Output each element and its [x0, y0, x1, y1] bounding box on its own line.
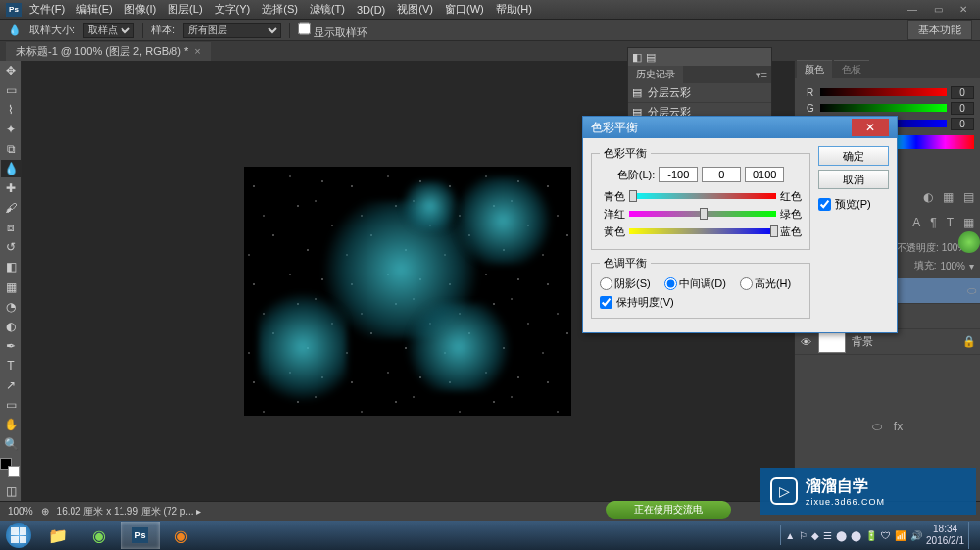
stamp-tool[interactable]: ⧈	[1, 219, 21, 236]
clone-panel-icon[interactable]: ▦	[963, 216, 974, 229]
tab-history[interactable]: 历史记录	[628, 66, 683, 83]
menu-help[interactable]: 帮助(H)	[496, 2, 532, 17]
notification-badge[interactable]	[958, 231, 980, 253]
brush-panel-icon[interactable]: T	[947, 216, 954, 229]
history-brush-tool[interactable]: ↺	[1, 238, 21, 256]
g-value[interactable]: 0	[951, 102, 974, 115]
fx-icon[interactable]: fx	[894, 420, 903, 433]
level-cyan-input[interactable]	[659, 167, 698, 182]
eraser-tool[interactable]: ◧	[1, 258, 21, 275]
menu-select[interactable]: 选择(S)	[262, 2, 298, 17]
r-slider[interactable]	[820, 88, 947, 96]
zoom-level[interactable]: 100%	[8, 506, 33, 517]
minimize-button[interactable]: —	[902, 4, 923, 16]
dialog-titlebar[interactable]: 色彩平衡 ✕	[583, 117, 897, 138]
eyedropper-icon[interactable]: 💧	[8, 24, 22, 36]
preview-check[interactable]: 预览(P)	[818, 197, 889, 212]
panel-menu-icon[interactable]: ▾≡	[752, 67, 771, 83]
workspace-switcher[interactable]: 基本功能	[907, 20, 972, 40]
taskbar-uc[interactable]: ◉	[162, 522, 201, 549]
maximize-button[interactable]: ▭	[927, 4, 949, 16]
wand-tool[interactable]: ✦	[1, 121, 21, 138]
adjustments-icon[interactable]: ◐	[923, 190, 933, 204]
menu-image[interactable]: 图像(I)	[124, 2, 156, 17]
tray-icon[interactable]: ◆	[811, 530, 819, 541]
tray-icon[interactable]: ⬤	[851, 530, 861, 541]
history-item[interactable]: ▤分层云彩	[628, 83, 771, 103]
eyedropper-tool[interactable]: 💧	[1, 160, 21, 177]
close-icon[interactable]: ×	[194, 45, 200, 57]
highlights-radio[interactable]: 高光(H)	[740, 276, 791, 291]
type-tool[interactable]: T	[1, 357, 21, 375]
tray-volume-icon[interactable]: 🔊	[910, 530, 922, 541]
close-button[interactable]: ✕	[852, 119, 889, 136]
link-icon[interactable]: ⬭	[967, 284, 976, 297]
menu-edit[interactable]: 编辑(E)	[76, 2, 113, 17]
sample-select[interactable]: 所有图层	[183, 23, 281, 38]
visibility-icon[interactable]: 👁	[799, 336, 812, 348]
panel-menu-icon[interactable]: ◧	[632, 51, 642, 64]
layer-thumb[interactable]	[818, 331, 846, 353]
clock[interactable]: 18:34 2016/2/1	[926, 524, 964, 547]
tab-swatches[interactable]: 色板	[834, 60, 869, 78]
show-sample-ring[interactable]: 显示取样环	[298, 21, 368, 40]
g-slider[interactable]	[820, 104, 947, 112]
r-value[interactable]: 0	[951, 86, 974, 99]
menu-type[interactable]: 文字(Y)	[215, 2, 251, 17]
marquee-tool[interactable]: ▭	[1, 81, 21, 99]
taskbar-photoshop[interactable]: Ps	[121, 522, 160, 549]
hand-tool[interactable]: ✋	[1, 416, 21, 433]
menu-file[interactable]: 文件(F)	[29, 2, 65, 17]
menu-view[interactable]: 视图(V)	[397, 2, 433, 17]
tray-icon[interactable]: 🔋	[865, 530, 877, 541]
menu-window[interactable]: 窗口(W)	[445, 2, 484, 17]
path-tool[interactable]: ↗	[1, 376, 21, 394]
tray-icon[interactable]: 🛡	[881, 530, 891, 541]
tray-network-icon[interactable]: 📶	[895, 530, 906, 541]
character-icon[interactable]: A	[912, 216, 920, 229]
taskbar-browser[interactable]: ◉	[79, 522, 119, 549]
b-value[interactable]: 0	[951, 118, 974, 130]
menu-3d[interactable]: 3D(D)	[357, 4, 385, 16]
tray-icon[interactable]: ⚐	[799, 530, 808, 541]
shadows-radio[interactable]: 阴影(S)	[600, 276, 651, 291]
start-button[interactable]	[0, 521, 37, 550]
crop-tool[interactable]: ⧉	[1, 140, 21, 158]
tray-up-icon[interactable]: ▲	[785, 530, 795, 541]
move-tool[interactable]: ✥	[1, 62, 21, 79]
quickmask-tool[interactable]: ◫	[1, 482, 21, 500]
document-canvas[interactable]	[244, 167, 571, 416]
paragraph-icon[interactable]: ¶	[930, 216, 936, 229]
ok-button[interactable]: 确定	[818, 146, 889, 166]
heal-tool[interactable]: ✚	[1, 179, 21, 197]
document-tab[interactable]: 未标题-1 @ 100% (图层 2, RGB/8) * ×	[6, 42, 211, 61]
tab-color[interactable]: 颜色	[797, 60, 832, 78]
link-layers-icon[interactable]: ⬭	[872, 420, 882, 433]
doc-dimensions[interactable]: 16.02 厘米 x 11.99 厘米 (72 p...	[57, 505, 194, 519]
zoom-tool[interactable]: 🔍	[1, 435, 21, 453]
preserve-luminosity-check[interactable]: 保持明度(V)	[600, 295, 802, 310]
taskbar-explorer[interactable]: 📁	[38, 522, 77, 549]
color-swatches[interactable]	[0, 458, 20, 477]
cancel-button[interactable]: 取消	[818, 170, 889, 189]
tray-icon[interactable]: ⬤	[836, 530, 847, 541]
brush-tool[interactable]: 🖌	[1, 199, 21, 217]
yellow-blue-slider[interactable]	[629, 228, 776, 234]
styles-icon[interactable]: ▦	[943, 190, 954, 204]
dodge-tool[interactable]: ◐	[1, 318, 21, 335]
lasso-tool[interactable]: ⌇	[1, 101, 21, 119]
midtones-radio[interactable]: 中间调(D)	[664, 276, 726, 291]
panel-drag-icon[interactable]: ▤	[646, 51, 656, 64]
app-close-button[interactable]: ✕	[953, 4, 974, 16]
level-magenta-input[interactable]	[702, 167, 741, 182]
shape-tool[interactable]: ▭	[1, 396, 21, 414]
menu-filter[interactable]: 滤镜(T)	[310, 2, 345, 17]
layer-name[interactable]: 背景	[852, 334, 956, 349]
show-desktop[interactable]	[968, 522, 976, 549]
cyan-red-slider[interactable]	[629, 193, 776, 199]
tray-icon[interactable]: ☰	[823, 530, 832, 541]
sample-size-select[interactable]: 取样点	[83, 23, 134, 38]
gradient-tool[interactable]: ▦	[1, 278, 21, 296]
nav-icon[interactable]: ▤	[963, 190, 974, 204]
menu-layer[interactable]: 图层(L)	[168, 2, 202, 17]
